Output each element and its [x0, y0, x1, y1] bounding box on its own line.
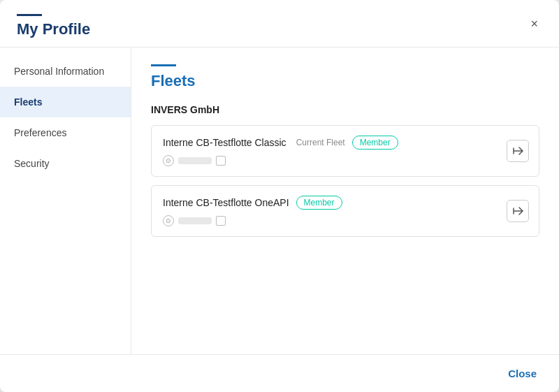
fleet-badge-classic: Member [352, 136, 398, 150]
fleet-name-classic: Interne CB-Testflotte Classic [163, 137, 286, 148]
copy-icon[interactable] [216, 156, 226, 166]
fleet-meta-classic: ⊙ [163, 155, 528, 166]
modal-footer: Close [0, 354, 559, 392]
modal-header: My Profile × [0, 0, 559, 48]
modal-title-area: My Profile [17, 14, 90, 38]
fleet-id-icon: ⊙ [163, 155, 174, 166]
fleet-row-1: Interne CB-Testflotte Classic Current Fl… [163, 136, 528, 150]
switch-icon-2 [512, 205, 523, 217]
sidebar-item-fleets[interactable]: Fleets [0, 87, 131, 117]
fleet-badge-oneapi: Member [296, 196, 342, 210]
modal-title: My Profile [17, 20, 90, 38]
modal: My Profile × Personal Information Fleets… [0, 0, 559, 392]
fleet-name-oneapi: Interne CB-Testflotte OneAPI [163, 197, 289, 208]
current-fleet-label: Current Fleet [296, 138, 345, 147]
org-name: INVERS GmbH [151, 104, 539, 115]
copy-icon-2[interactable] [216, 216, 226, 226]
section-title-accent [151, 64, 176, 66]
switch-fleet-button-classic[interactable] [507, 140, 529, 162]
fleet-item-classic: Interne CB-Testflotte Classic Current Fl… [151, 125, 539, 177]
close-icon-button[interactable]: × [526, 15, 542, 33]
sidebar-item-security[interactable]: Security [0, 148, 131, 179]
switch-icon [512, 145, 523, 157]
sidebar-item-personal-information[interactable]: Personal Information [0, 56, 131, 87]
fleet-id-icon-2: ⊙ [163, 215, 174, 226]
fleet-id-text-2 [178, 217, 212, 224]
switch-fleet-button-oneapi[interactable] [507, 200, 529, 222]
fleet-id-text [178, 157, 212, 164]
modal-body: Personal Information Fleets Preferences … [0, 48, 559, 354]
footer-close-button[interactable]: Close [502, 365, 542, 382]
fleet-item-oneapi: Interne CB-Testflotte OneAPI Member ⊙ [151, 185, 539, 237]
main-content: Fleets INVERS GmbH Interne CB-Testflotte… [131, 48, 559, 354]
sidebar: Personal Information Fleets Preferences … [0, 48, 131, 354]
title-bar-accent [17, 14, 42, 16]
section-title: Fleets [151, 72, 539, 90]
sidebar-item-preferences[interactable]: Preferences [0, 117, 131, 148]
fleet-row-2: Interne CB-Testflotte OneAPI Member [163, 196, 528, 210]
fleet-meta-oneapi: ⊙ [163, 215, 528, 226]
